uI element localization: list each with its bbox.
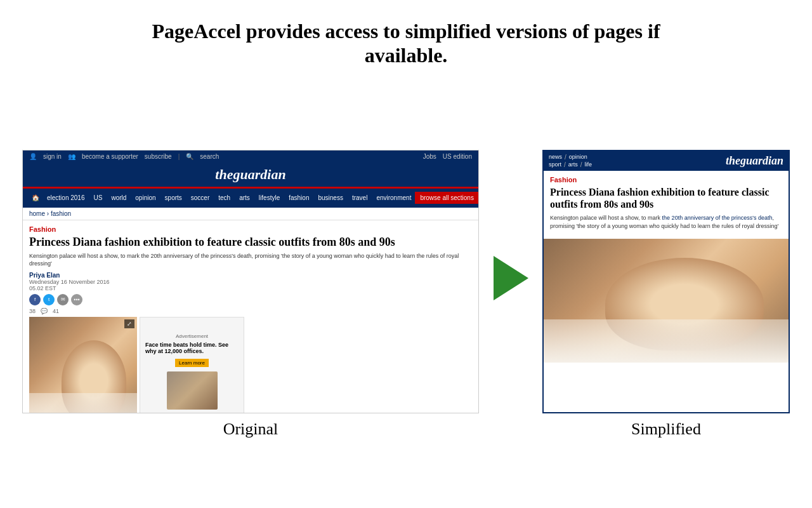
user-icon: 👤	[29, 153, 37, 160]
browse-all-button[interactable]: browse all sections	[415, 192, 478, 204]
original-label: Original	[223, 420, 278, 439]
simplified-nav-arts[interactable]: arts	[568, 161, 578, 168]
comment-icon: 💬	[41, 308, 48, 314]
logo-bar: theguardian	[23, 163, 478, 189]
nav-world[interactable]: world	[107, 192, 130, 204]
jobs-link[interactable]: Jobs	[423, 153, 436, 160]
diana-image: ⤢	[29, 317, 137, 413]
nav-us[interactable]: US	[90, 192, 107, 204]
simplified-title: Princess Diana fashion exhibition to fea…	[550, 186, 782, 210]
article-time: 05.02 EST	[29, 285, 472, 291]
summary-text-1: Kensington palace will host a show, to m…	[550, 215, 662, 221]
nav-soccer[interactable]: soccer	[187, 192, 213, 204]
simplified-diana-image	[544, 239, 789, 363]
simplified-nav-sport[interactable]: sport	[549, 161, 561, 168]
ad-learn-more-button[interactable]: Learn more	[175, 359, 209, 367]
facebook-share-button[interactable]: f	[29, 294, 41, 305]
simplified-nav-life[interactable]: life	[585, 161, 593, 168]
article-counts: 38 💬 41	[29, 308, 472, 314]
simplified-content: Fashion Princess Diana fashion exhibitio…	[544, 171, 789, 239]
comment-count[interactable]: 41	[53, 308, 59, 314]
article-title: Princess Diana fashion exhibition to fea…	[29, 236, 472, 250]
headline: PageAccel provides access to simplified …	[121, 0, 691, 81]
nav-travel[interactable]: travel	[348, 192, 371, 204]
original-browser: 👤 sign in 👥 become a supporter subscribe…	[22, 150, 479, 413]
ad-headline: Face time beats hold time. See why at 12…	[145, 342, 239, 354]
share-count: 38	[29, 308, 36, 314]
simplified-section: news / opinion sport / arts / life thegu…	[542, 150, 790, 439]
breadcrumb-home[interactable]: home	[29, 210, 45, 217]
email-share-button[interactable]: ✉	[57, 294, 69, 305]
article-area: Fashion Princess Diana fashion exhibitio…	[23, 220, 478, 413]
simplified-nav-row2: sport / arts / life	[549, 161, 592, 168]
ad-image	[167, 371, 218, 410]
search-icon: 🔍	[186, 153, 193, 160]
nav-business[interactable]: business	[314, 192, 346, 204]
home-nav-icon[interactable]: 🏠	[29, 192, 42, 204]
nav-election[interactable]: election 2016	[43, 192, 89, 204]
simplified-nav-links: news / opinion sport / arts / life	[549, 154, 592, 168]
nav-fashion[interactable]: fashion	[285, 192, 313, 204]
topbar-right: Jobs US edition	[423, 153, 472, 160]
guardian-logo[interactable]: theguardian	[215, 166, 285, 182]
subscribe-link[interactable]: subscribe	[145, 153, 172, 160]
guardian-nav: 🏠 election 2016 US world opinion sports …	[23, 189, 478, 208]
article-author[interactable]: Priya Elan	[29, 272, 472, 279]
advertisement-box: Advertisement Face time beats hold time.…	[140, 317, 244, 413]
original-section: 👤 sign in 👥 become a supporter subscribe…	[22, 150, 479, 439]
simplified-logo[interactable]: theguardian	[726, 154, 783, 168]
article-social: f t ✉ •••	[29, 294, 472, 305]
nav-environment[interactable]: environment	[372, 192, 415, 204]
ad-brand: Edward Jones	[176, 412, 208, 413]
simplified-topbar: news / opinion sport / arts / life thegu…	[544, 151, 789, 171]
article-summary: Kensington palace will host a show, to m…	[29, 253, 472, 267]
ad-label: Advertisement	[176, 333, 208, 339]
search-text[interactable]: search	[200, 153, 219, 160]
nav-lifestyle[interactable]: lifestyle	[255, 192, 284, 204]
breadcrumb-fashion[interactable]: fashion	[51, 210, 71, 217]
nav-tech[interactable]: tech	[214, 192, 234, 204]
nav-arts[interactable]: arts	[235, 192, 254, 204]
simplified-category: Fashion	[550, 176, 782, 184]
comparison-area: 👤 sign in 👥 become a supporter subscribe…	[0, 81, 812, 508]
simplified-browser: news / opinion sport / arts / life thegu…	[542, 150, 790, 413]
nav-sports[interactable]: sports	[161, 192, 186, 204]
us-edition[interactable]: US edition	[443, 153, 472, 160]
twitter-share-button[interactable]: t	[43, 294, 55, 305]
guardian-topbar: 👤 sign in 👥 become a supporter subscribe…	[23, 150, 478, 163]
simplified-label: Simplified	[631, 420, 701, 439]
article-main: Fashion Princess Diana fashion exhibitio…	[23, 220, 478, 413]
more-share-button[interactable]: •••	[71, 294, 82, 305]
become-supporter-link[interactable]: become a supporter	[82, 153, 138, 160]
simplified-nav-news[interactable]: news	[549, 154, 562, 161]
simplified-nav-row1: news / opinion	[549, 154, 592, 161]
topbar-left: 👤 sign in 👥 become a supporter subscribe…	[29, 153, 219, 160]
simplified-summary: Kensington palace will host a show, to m…	[550, 214, 782, 230]
breadcrumb: home › fashion	[23, 208, 478, 220]
article-image-container: ⤢ Advertisement Face time beats hold tim…	[29, 317, 472, 413]
summary-highlight: the 20th anniversary of the princess's d…	[662, 215, 773, 221]
arrow-container	[479, 256, 542, 332]
supporter-icon: 👥	[68, 153, 75, 160]
nav-opinion[interactable]: opinion	[131, 192, 159, 204]
simplified-nav-opinion[interactable]: opinion	[569, 154, 587, 161]
article-category: Fashion	[29, 225, 472, 233]
right-arrow-icon	[494, 256, 528, 300]
sign-in-link[interactable]: sign in	[43, 153, 62, 160]
article-date: Wednesday 16 November 2016	[29, 279, 472, 285]
expand-image-button[interactable]: ⤢	[124, 319, 134, 328]
nav-items: 🏠 election 2016 US world opinion sports …	[29, 192, 415, 204]
page-container: PageAccel provides access to simplified …	[0, 0, 812, 508]
